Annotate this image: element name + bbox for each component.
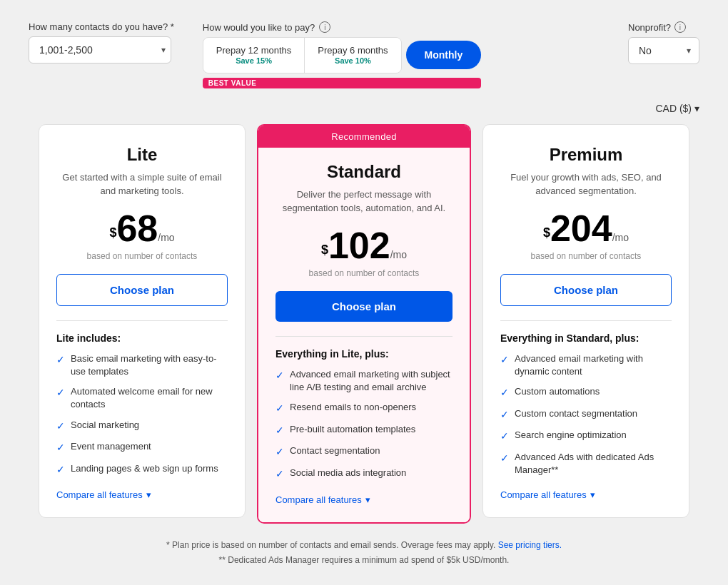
prepay6-save: Save 10% [318,56,388,66]
check-icon: ✓ [275,467,284,482]
lite-price-period: /mo [158,232,174,243]
check-icon: ✓ [500,429,509,444]
lite-price-symbol: $ [109,225,116,239]
lite-price-note: based on number of contacts [56,251,228,261]
premium-price-period: /mo [612,232,629,243]
check-icon: ✓ [56,386,65,400]
premium-feature-list: ✓Advanced email marketing with dynamic c… [500,352,672,477]
premium-plan-name: Premium [500,145,672,165]
nonprofit-label: Nonprofit? [628,22,671,33]
premium-choose-button[interactable]: Choose plan [500,274,672,306]
currency-button[interactable]: CAD ($) ▾ [655,103,699,114]
currency-label: CAD ($) [655,103,692,114]
lite-choose-button[interactable]: Choose plan [56,274,228,306]
lite-divider [56,320,228,321]
premium-price-symbol: $ [543,225,550,239]
standard-divider [275,336,453,337]
check-icon: ✓ [500,452,509,466]
check-icon: ✓ [56,353,65,367]
premium-compare-label: Compare all features [500,489,587,500]
list-item: ✓Social media ads integration [275,467,453,482]
check-icon: ✓ [500,386,509,400]
list-item: ✓Search engine optimization [500,429,672,444]
standard-price-period: /mo [390,249,407,260]
standard-price-amount: 102 [328,225,390,266]
nonprofit-info-icon[interactable]: i [674,21,686,33]
pay-info-icon[interactable]: i [319,21,330,33]
check-icon: ✓ [275,424,284,438]
pay-label: How would you like to pay? [203,22,315,33]
list-item: ✓Advanced email marketing with dynamic c… [500,352,672,378]
check-icon: ✓ [500,408,509,422]
premium-includes-title: Everything in Standard, plus: [500,332,672,344]
premium-plan-desc: Fuel your growth with ads, SEO, and adva… [500,171,672,198]
prepay12-button[interactable]: Prepay 12 months Save 15% [203,38,305,73]
nonprofit-select[interactable]: No Yes [628,37,699,64]
premium-compare-link[interactable]: Compare all features ▾ [500,489,672,500]
contacts-select[interactable]: 0-500 501-1,000 1,001-2,500 2,501-5,000 … [29,36,171,63]
lite-price: $68/mo [56,210,228,247]
standard-price-note: based on number of contacts [275,268,453,278]
lite-compare-label: Compare all features [56,489,143,500]
standard-compare-label: Compare all features [275,494,362,505]
list-item: ✓Event management [56,440,228,455]
prepay6-label: Prepay 6 months [318,45,388,56]
check-icon: ✓ [275,369,284,383]
check-icon: ✓ [275,445,284,459]
lite-price-amount: 68 [116,208,158,249]
list-item: ✓Automated welcome email for new contact… [56,385,228,411]
list-item: ✓Custom automations [500,385,672,400]
prepay6-button[interactable]: Prepay 6 months Save 10% [305,38,400,73]
standard-includes-title: Everything in Lite, plus: [275,348,453,360]
footer-line1: * Plan price is based on number of conta… [29,538,699,554]
lite-feature-list: ✓Basic email marketing with easy-to-use … [56,352,228,477]
recommended-banner: Recommended [258,126,470,148]
monthly-button[interactable]: Monthly [406,41,482,69]
list-item: ✓Resend emails to non-openers [275,401,453,416]
list-item: ✓Advanced email marketing with subject l… [275,368,453,394]
list-item: ✓Contact segmentation [275,444,453,459]
premium-price-note: based on number of contacts [500,251,672,261]
list-item: ✓Custom contact segmentation [500,407,672,422]
footer-line2: ** Dedicated Ads Manager requires a mini… [29,553,699,569]
check-icon: ✓ [275,402,284,416]
standard-feature-list: ✓Advanced email marketing with subject l… [275,368,453,482]
lite-plan-name: Lite [56,145,228,165]
standard-compare-link[interactable]: Compare all features ▾ [275,494,453,505]
standard-plan-inner: Standard Deliver the perfect message wit… [258,148,470,522]
footer-notes: * Plan price is based on number of conta… [29,538,699,569]
standard-price-symbol: $ [321,242,328,256]
prepay12-save: Save 15% [216,56,292,66]
compare-chevron-icon: ▾ [590,489,595,500]
standard-price: $102/mo [275,227,453,264]
compare-chevron-icon: ▾ [146,489,151,500]
standard-plan-card: Recommended Standard Deliver the perfect… [257,124,471,524]
prepay12-label: Prepay 12 months [216,45,292,56]
premium-price: $204/mo [500,210,672,247]
premium-divider [500,320,672,321]
plans-container: Lite Get started with a simple suite of … [29,124,699,524]
currency-chevron-icon: ▾ [694,103,699,114]
pricing-tiers-link[interactable]: See pricing tiers. [498,540,562,550]
compare-chevron-icon: ▾ [365,494,370,505]
check-icon: ✓ [500,353,509,367]
list-item: ✓Advanced Ads with dedicated Ads Manager… [500,451,672,477]
lite-compare-link[interactable]: Compare all features ▾ [56,489,228,500]
standard-choose-button[interactable]: Choose plan [275,291,453,322]
check-icon: ✓ [56,463,65,477]
standard-plan-desc: Deliver the perfect message with segment… [275,188,453,215]
list-item: ✓Basic email marketing with easy-to-use … [56,352,228,378]
premium-plan-card: Premium Fuel your growth with ads, SEO, … [482,124,689,519]
contacts-label: How many contacts do you have? * [29,21,174,32]
check-icon: ✓ [56,441,65,455]
lite-plan-desc: Get started with a simple suite of email… [56,171,228,198]
list-item: ✓Pre-built automation templates [275,423,453,438]
standard-plan-name: Standard [275,162,453,182]
list-item: ✓Landing pages & web sign up forms [56,462,228,477]
best-value-badge: Best value [203,78,481,88]
lite-includes-title: Lite includes: [56,332,228,344]
lite-plan-card: Lite Get started with a simple suite of … [39,124,246,519]
premium-price-amount: 204 [550,208,612,249]
check-icon: ✓ [56,419,65,434]
list-item: ✓Social marketing [56,419,228,434]
